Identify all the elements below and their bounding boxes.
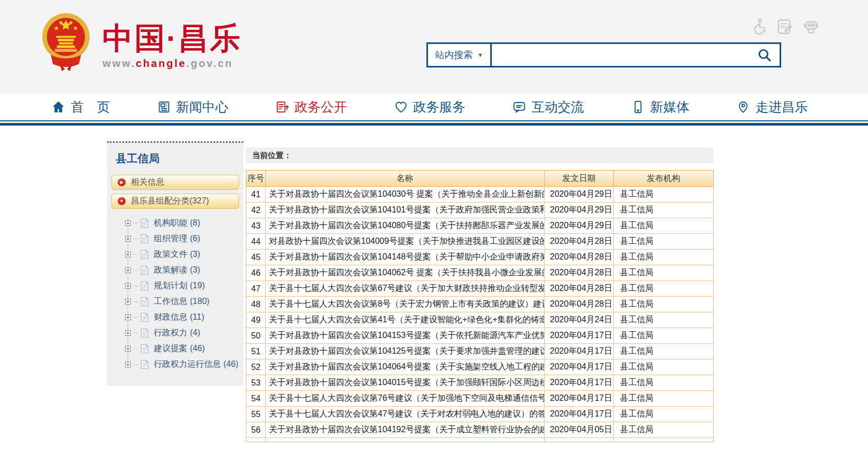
tree-item[interactable]: 政策解读(3) [125,262,243,278]
search-scope-select[interactable]: 站内搜索 ▼ [428,44,492,66]
document-title-link[interactable]: 关于对县政协十届四次会议第104062号 提案（关于扶持我县小微企业发展的建..… [266,265,545,281]
document-title-link[interactable]: 关于对县政协十届四次会议第104030号 提案（关于推动全县企业上新创新的提..… [266,187,545,203]
main-nav: 首 页 新闻中心 政务公开 政务服务 互动交流 新媒体 走进昌乐 [0,93,868,120]
sidebar-category-button[interactable]: ▼ 昌乐县组配分类(327) [111,194,239,209]
publish-date: 2020年04月29日 [545,203,614,218]
col-header-title: 名称 [266,171,545,187]
expand-plus-icon[interactable] [125,299,131,305]
document-title-link[interactable]: 关于对县政协十届四次会议第104153号提案（关于依托新能源汽车产业优势，推..… [266,328,545,344]
tree-item-label: 政策解读 [154,265,187,276]
nav-gov-disclosure[interactable]: 政务公开 [275,98,347,116]
row-number: 51 [246,344,266,359]
chat-icon [512,100,526,114]
publish-date: 2020年04月28日 [545,281,614,297]
document-title-link[interactable]: 关于县十七届人大四次会议第41号（关于建设智能化+绿色化+集群化的铸造行... [266,312,545,328]
document-title-link[interactable]: 关于对县政协十届四次会议第104192号提案（关于成立塑料管行业协会的建议的..… [266,422,545,438]
document-title-link[interactable]: 关于对县政协十届四次会议第104101号提案（关于政府加强民营企业政策和管理..… [266,203,545,218]
publish-org: 县工信局 [614,265,714,281]
expand-plus-icon[interactable] [125,252,131,257]
table-row: 42 关于对县政协十届四次会议第104101号提案（关于政府加强民营企业政策和管… [246,203,714,218]
home-icon [51,100,65,114]
nav-home[interactable]: 首 页 [51,98,110,116]
breadcrumb: 当前位置： [246,148,713,163]
site-url: www.changle.gov.cn [103,58,242,70]
site-logo[interactable]: 中国·昌乐 www.changle.gov.cn [41,12,242,73]
row-number: 53 [246,375,266,391]
expand-plus-icon[interactable] [125,346,131,352]
document-icon [141,219,149,228]
expand-plus-icon[interactable] [125,267,131,273]
tree-item-label: 行政权力运行信息 [154,359,221,370]
nav-new-media[interactable]: 新媒体 [631,98,690,116]
publish-date: 2020年04月29日 [545,218,614,234]
document-title-link[interactable]: 关于对县政协十届四次会议第104080号提案（关于扶持鄌郚乐器产业发展的建议..… [266,218,545,234]
tree-connector [133,348,138,349]
document-title-link[interactable]: 对县政协十届四次会议第104009号提案（关于加快推进我县工业园区建设的建议..… [266,234,545,250]
tree-item[interactable]: 行政权力运行信息(46) [125,356,243,372]
table-row-partial [246,438,714,442]
tree-item-count: (46) [223,359,238,369]
search-input[interactable] [492,44,749,66]
main-panel: 当前位置： 序号 名称 发文日期 发布机构 41 关于对县政协十届四次会议第10… [246,148,713,442]
expand-plus-icon[interactable] [125,283,131,289]
row-number: 50 [246,328,266,344]
robot-icon[interactable] [802,18,820,36]
circle-down-arrow-icon: ▼ [117,197,126,206]
tree-item[interactable]: 规划计划(19) [125,278,243,294]
document-title-link[interactable]: 关于对县政协十届四次会议第104015号提案（关于加强颐轩国际小区周边移动信..… [266,375,545,391]
row-number: 56 [246,422,266,438]
sidebar-title: 县工信局 [107,147,243,171]
publish-date: 2020年04月17日 [545,344,614,359]
publish-date: 2020年04月17日 [545,391,614,407]
tree-item[interactable]: 政策文件(3) [125,246,243,262]
document-title-link[interactable]: 关于对县政协十届四次会议第104064号提案（关于实施架空线入地工程的建议）..… [266,359,545,375]
table-row: 53 关于对县政协十届四次会议第104015号提案（关于加强颐轩国际小区周边移动… [246,375,714,391]
document-title-link[interactable]: 关于县十七届人大四次会议第67号建议（关于加大财政扶持推动企业转型发展的... [266,281,545,297]
search-button[interactable] [749,44,780,66]
header-quick-icons [750,18,820,36]
document-icon [141,234,149,243]
nav-interaction[interactable]: 互动交流 [512,98,584,116]
expand-plus-icon[interactable] [125,314,131,320]
row-number: 46 [246,265,266,281]
publish-date: 2020年04月17日 [545,375,614,391]
document-title-link[interactable]: 关于对县政协十届四次会议第104148号提案（关于帮助中小企业申请政府奖励补..… [266,250,545,265]
publish-org: 县工信局 [614,422,714,438]
tree-item-label: 机构职能 [154,218,187,229]
expand-plus-icon[interactable] [125,362,131,367]
document-icon [141,266,149,275]
tree-item[interactable]: 建议提案(46) [125,341,243,356]
publish-org: 县工信局 [614,203,714,218]
tree-item[interactable]: 行政权力(4) [125,325,243,341]
tree-item-count: (4) [190,328,200,338]
document-title-link[interactable]: 关于县十七届人大四次会议第76号建议（关于加强地下空间及电梯通信信号覆盖... [266,391,545,407]
col-header-no: 序号 [246,171,266,187]
map-pin-icon [736,100,750,114]
accessibility-icon[interactable] [750,18,768,36]
nav-gov-services[interactable]: 政务服务 [394,98,466,116]
expand-plus-icon[interactable] [125,330,131,336]
document-title-link[interactable]: 关于县十七届人大四次会议第8号（关于宏力钢管上市有关政策的建议）建议的答... [266,297,545,312]
tree-item[interactable]: 机构职能(8) [125,215,243,231]
col-header-org: 发布机构 [614,171,714,187]
document-icon [141,313,149,322]
expand-plus-icon[interactable] [125,220,131,226]
heart-icon [394,100,408,114]
nav-about-changle[interactable]: 走进昌乐 [736,98,808,116]
tree-item[interactable]: 工作信息(180) [125,294,243,309]
tree-item[interactable]: 组织管理(6) [125,231,243,246]
table-row: 46 关于对县政协十届四次会议第104062号 提案（关于扶持我县小微企业发展的… [246,265,714,281]
tree-connector [133,270,138,271]
tree-item-count: (46) [190,344,205,353]
feedback-edit-icon[interactable] [776,18,794,36]
nav-news-center[interactable]: 新闻中心 [157,98,229,116]
document-share-icon [275,100,289,114]
tree-connector [133,254,138,255]
document-title-link[interactable]: 关于县十七届人大四次会议第47号建议（关于对农村弱电入地的建议）的答复 [266,407,545,422]
row-number: 41 [246,187,266,203]
tree-item[interactable]: 财政信息(11) [125,309,243,325]
document-title-link[interactable]: 关于对县政协十届四次会议第104125号提案（关于要求加强井盖管理的建议）的..… [266,344,545,359]
sidebar-related-info-button[interactable]: ▶ 相关信息 [111,175,239,190]
expand-plus-icon[interactable] [125,236,131,242]
site-header: 中国·昌乐 www.changle.gov.cn 站内搜索 ▼ [0,0,868,93]
